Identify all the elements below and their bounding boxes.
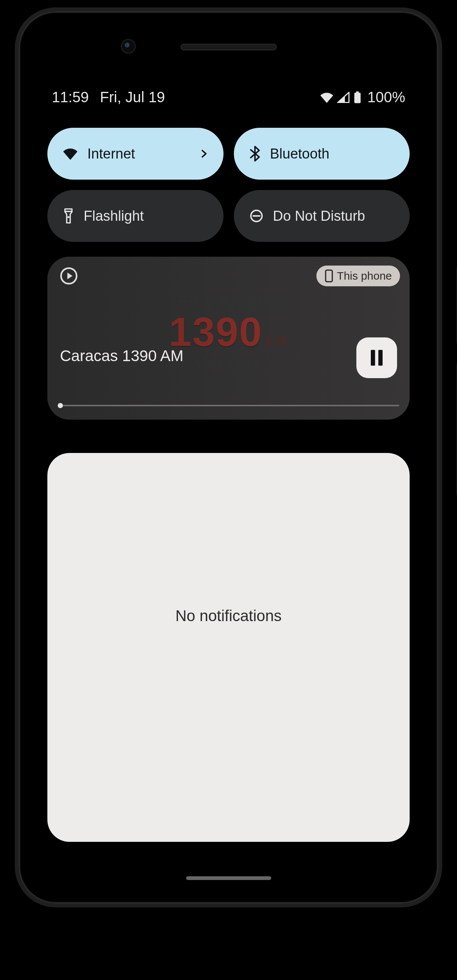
media-output-chip[interactable]: This phone: [316, 266, 400, 286]
dnd-icon: [249, 209, 263, 223]
tile-label: Bluetooth: [270, 146, 330, 162]
media-title: Caracas 1390 AM: [60, 347, 184, 365]
status-date: Fri, Jul 19: [100, 89, 165, 105]
tile-bluetooth[interactable]: Bluetooth: [234, 128, 410, 180]
seek-thumb[interactable]: [58, 403, 63, 408]
tile-flashlight[interactable]: Flashlight: [48, 190, 224, 242]
svg-rect-7: [325, 270, 332, 282]
nav-handle[interactable]: [186, 876, 271, 880]
phone-icon: [325, 269, 333, 283]
pause-icon: [369, 349, 384, 366]
media-app-icon: [60, 267, 78, 285]
quick-settings: Internet Bluetooth Flashlight: [30, 113, 427, 245]
cellular-icon: [337, 92, 350, 103]
media-card[interactable]: Fe y Alegria 1390 AM Caracas This phone: [48, 257, 409, 420]
screen: 11:59 Fri, Jul 19 100%: [30, 63, 427, 892]
pause-button[interactable]: [356, 337, 397, 378]
wifi-icon: [63, 147, 78, 160]
seek-bar[interactable]: [58, 405, 399, 406]
svg-point-3: [67, 216, 69, 218]
status-bar: 11:59 Fri, Jul 19 100%: [30, 63, 427, 113]
chevron-right-icon: [199, 149, 209, 159]
phone-frame: 11:59 Fri, Jul 19 100%: [15, 7, 442, 907]
speaker-grill: [181, 44, 277, 50]
tile-label: Do Not Disturb: [273, 208, 365, 224]
tile-internet[interactable]: Internet: [48, 128, 224, 180]
status-time: 11:59: [52, 89, 89, 105]
battery-icon: [353, 91, 362, 104]
wifi-icon: [320, 92, 333, 103]
svg-rect-1: [356, 91, 359, 92]
no-notifications-label: No notifications: [175, 607, 282, 625]
notifications-panel[interactable]: No notifications: [48, 453, 409, 842]
front-camera: [122, 40, 135, 52]
svg-rect-0: [354, 92, 360, 103]
bluetooth-icon: [249, 146, 260, 161]
tile-label: Internet: [87, 146, 135, 162]
tile-dnd[interactable]: Do Not Disturb: [234, 190, 410, 242]
flashlight-icon: [63, 208, 74, 224]
svg-rect-8: [371, 350, 375, 366]
svg-rect-9: [378, 350, 382, 366]
battery-percent: 100%: [367, 89, 405, 105]
tile-label: Flashlight: [84, 208, 144, 224]
media-output-label: This phone: [337, 270, 392, 282]
